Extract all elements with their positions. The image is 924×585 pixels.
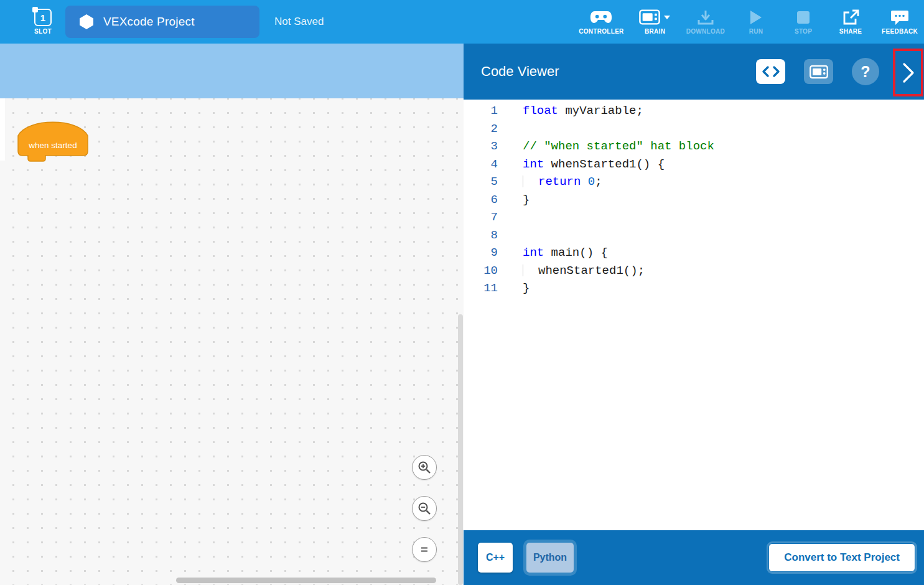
help-icon: ?	[861, 63, 870, 81]
code-viewer-header: Code Viewer ?	[464, 44, 924, 100]
line-number: 3	[464, 138, 498, 156]
cpp-tab-button[interactable]: C++	[478, 543, 513, 573]
code-viewer-header-actions: ?	[756, 58, 879, 85]
horizontal-scrollbar[interactable]	[176, 578, 436, 583]
line-number: 9	[464, 244, 498, 262]
brain-label: BRAIN	[645, 28, 665, 35]
stop-button[interactable]: STOP	[787, 9, 819, 35]
controller-label: CONTROLLER	[579, 28, 623, 35]
blocks-workspace-pane: when started	[0, 44, 464, 585]
stop-icon	[796, 9, 810, 26]
flyout-scrollbar[interactable]	[0, 98, 5, 161]
code-view-button[interactable]	[756, 59, 785, 84]
when-started-block-label: when started	[28, 141, 77, 150]
code-line: 8	[464, 227, 924, 245]
collapse-control-area	[893, 49, 923, 96]
code-line: 9int main() {	[464, 244, 924, 262]
code-line-content: }	[498, 279, 530, 297]
convert-to-text-project-button[interactable]: Convert to Text Project	[768, 543, 915, 572]
run-button[interactable]: RUN	[740, 9, 772, 35]
download-button[interactable]: DOWNLOAD	[686, 9, 725, 35]
code-viewer-title: Code Viewer	[481, 63, 559, 80]
feedback-icon	[890, 9, 909, 26]
toolbox-strip[interactable]	[0, 44, 464, 98]
top-toolbar: 1 SLOT VEXcode Project Not Saved CONTROL…	[0, 0, 924, 44]
code-line-content: return 0;	[498, 173, 602, 191]
zoom-reset-button[interactable]	[412, 537, 437, 562]
download-icon	[697, 9, 714, 26]
chevron-right-icon	[901, 62, 916, 84]
code-line-content: int whenStarted1() {	[498, 156, 665, 174]
slot-tab-mark	[32, 7, 38, 12]
share-button[interactable]: SHARE	[834, 9, 867, 35]
toolbar-actions: CONTROLLER BRAIN DOWNLOAD	[579, 9, 918, 35]
when-started-block[interactable]: when started	[16, 115, 90, 164]
code-line-content: }	[498, 191, 530, 209]
code-line-content: whenStarted1();	[498, 262, 645, 280]
code-line: 5return 0;	[464, 173, 924, 191]
feedback-label: FEEDBACK	[882, 28, 918, 35]
slot-number: 1	[40, 12, 45, 23]
code-line: 6}	[464, 191, 924, 209]
code-line-content: float myVariable;	[498, 102, 643, 120]
run-icon	[749, 9, 763, 26]
vexcode-app: 1 SLOT VEXcode Project Not Saved CONTROL…	[0, 0, 924, 585]
line-number: 7	[464, 208, 498, 227]
code-line-content	[498, 120, 523, 138]
zoom-reset-icon	[418, 543, 431, 556]
slot-button[interactable]: 1 SLOT	[34, 9, 52, 35]
brain-view-button[interactable]	[804, 59, 833, 84]
vertical-scrollbar[interactable]	[458, 314, 463, 585]
line-number: 5	[464, 173, 498, 191]
code-line: 11}	[464, 279, 924, 297]
collapse-panel-button[interactable]	[898, 59, 918, 87]
code-editor: 1float myVariable;23// "when started" ha…	[464, 100, 924, 530]
zoom-in-button[interactable]	[412, 455, 437, 480]
code-line-content	[498, 227, 523, 245]
slot-label: SLOT	[34, 28, 52, 35]
stop-label: STOP	[795, 28, 812, 35]
controller-icon	[590, 9, 612, 26]
code-line: 7	[464, 208, 924, 227]
zoom-in-icon	[417, 460, 432, 475]
line-number: 8	[464, 227, 498, 245]
code-line-content	[498, 208, 523, 227]
project-title: VEXcode Project	[103, 15, 195, 29]
zoom-out-icon	[417, 501, 432, 516]
hexagon-icon	[79, 14, 94, 30]
code-line: 1float myVariable;	[464, 102, 924, 120]
workspace-canvas[interactable]: when started	[0, 98, 464, 585]
code-line-content: // "when started" hat block	[498, 138, 714, 156]
code-line: 10whenStarted1();	[464, 262, 924, 280]
slot-icon: 1	[34, 9, 52, 26]
line-number: 4	[464, 156, 498, 174]
save-status: Not Saved	[274, 16, 324, 28]
code-brackets-icon	[762, 65, 780, 78]
project-title-box[interactable]: VEXcode Project	[65, 6, 259, 38]
run-label: RUN	[749, 28, 763, 35]
share-icon	[842, 9, 859, 26]
brain-icon	[639, 9, 660, 25]
dropdown-caret-icon	[663, 15, 671, 20]
line-number: 1	[464, 102, 498, 120]
code-line: 2	[464, 120, 924, 138]
zoom-out-button[interactable]	[412, 496, 437, 521]
brain-button[interactable]: BRAIN	[639, 9, 671, 35]
zoom-controls	[412, 455, 437, 562]
line-number: 2	[464, 120, 498, 138]
help-button[interactable]: ?	[852, 58, 879, 85]
brain-view-icon	[810, 65, 828, 79]
line-number: 10	[464, 262, 498, 280]
code-line-content: int main() {	[498, 244, 608, 262]
line-number: 11	[464, 279, 498, 297]
code-viewer-footer: C++ Python Convert to Text Project	[464, 530, 924, 585]
download-label: DOWNLOAD	[686, 28, 725, 35]
line-number: 6	[464, 191, 498, 209]
code-line: 3// "when started" hat block	[464, 138, 924, 156]
share-label: SHARE	[839, 28, 862, 35]
code-lines: 1float myVariable;23// "when started" ha…	[464, 102, 924, 297]
python-tab-button[interactable]: Python	[526, 543, 574, 573]
code-viewer-panel: Code Viewer ?	[464, 44, 924, 585]
feedback-button[interactable]: FEEDBACK	[882, 9, 918, 35]
controller-button[interactable]: CONTROLLER	[579, 9, 623, 35]
